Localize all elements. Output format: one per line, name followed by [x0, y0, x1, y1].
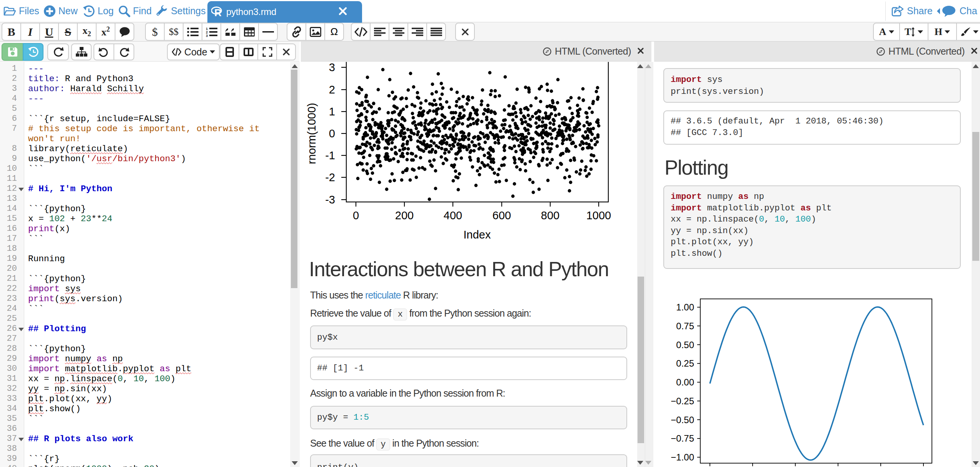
svg-text:0: 0 — [329, 127, 335, 140]
svg-text:1: 1 — [329, 105, 335, 118]
svg-text:R: R — [214, 7, 222, 17]
svg-text:1000: 1000 — [586, 209, 611, 222]
svg-text:−0.25: −0.25 — [671, 396, 694, 406]
svg-text:−1.00: −1.00 — [671, 452, 694, 462]
svg-text:2: 2 — [329, 83, 335, 96]
svg-text:Index: Index — [464, 228, 491, 241]
svg-text:0.00: 0.00 — [676, 377, 694, 387]
svg-text:0.25: 0.25 — [676, 358, 694, 369]
svg-text:0.50: 0.50 — [676, 340, 694, 350]
svg-text:400: 400 — [444, 209, 462, 222]
svg-text:800: 800 — [541, 209, 559, 222]
svg-text:200: 200 — [395, 209, 414, 222]
svg-text:-3: -3 — [325, 193, 335, 206]
svg-text:0: 0 — [353, 209, 359, 222]
svg-text:1.00: 1.00 — [676, 302, 694, 312]
svg-text:−0.75: −0.75 — [671, 433, 694, 444]
svg-text:rnorm(1000): rnorm(1000) — [306, 103, 318, 164]
svg-text:-1: -1 — [325, 149, 335, 162]
svg-text:600: 600 — [493, 209, 511, 222]
svg-text:3: 3 — [329, 62, 335, 73]
svg-text:-2: -2 — [325, 171, 335, 183]
svg-text:0.75: 0.75 — [676, 321, 694, 331]
svg-text:−0.50: −0.50 — [671, 415, 694, 425]
